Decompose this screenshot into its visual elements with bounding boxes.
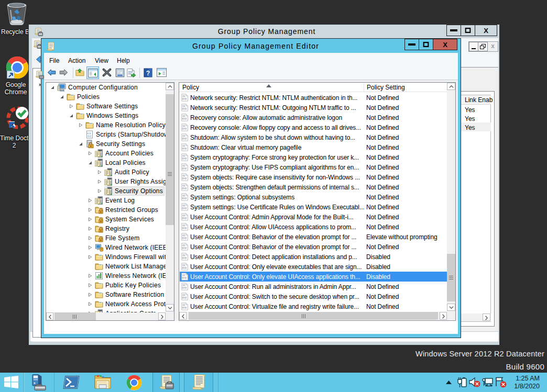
- svg-text:?: ?: [146, 70, 150, 77]
